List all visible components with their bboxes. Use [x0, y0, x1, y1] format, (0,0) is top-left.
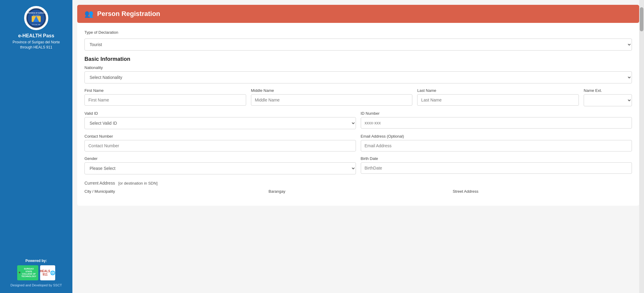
contact-number-group: Contact Number	[84, 134, 356, 151]
valid-id-group: Valid ID Select Valid ID Passport Driver…	[84, 111, 356, 129]
sidebar-powered-label: Powered by:	[25, 259, 47, 263]
barangay-group: Barangay	[268, 189, 448, 194]
middle-name-label: Middle Name	[251, 88, 413, 93]
last-name-input[interactable]	[417, 94, 579, 106]
svg-text:OFFICIAL SEAL: OFFICIAL SEAL	[32, 24, 41, 25]
email-input[interactable]	[361, 140, 632, 151]
basic-info-heading: Basic Information	[84, 56, 632, 62]
city-label: City / Municipality	[84, 189, 264, 194]
sidebar-partner-logos: 🎓 SURIGAO STATE COLLEGE OF TECHNOLOGY HE…	[17, 265, 55, 280]
name-ext-select[interactable]: Jr. Sr. II III	[584, 94, 632, 106]
email-label: Email Address (Optional)	[361, 134, 632, 139]
street-address-label: Street Address	[453, 189, 632, 194]
address-row: City / Municipality Barangay Street Addr…	[84, 189, 632, 194]
svg-rect-6	[35, 19, 38, 22]
svg-text:DEL NORTE: DEL NORTE	[33, 14, 40, 16]
gender-select[interactable]: Please Select Male Female	[84, 162, 356, 174]
city-group: City / Municipality	[84, 189, 264, 194]
scrollbar-thumb[interactable]	[640, 7, 643, 31]
first-name-label: First Name	[84, 88, 246, 93]
gender-label: Gender	[84, 156, 356, 161]
contact-number-input[interactable]	[84, 140, 356, 151]
page-header: 👥 Person Registration	[77, 5, 639, 23]
ssct-logo: 🎓 SURIGAO STATE COLLEGE OF TECHNOLOGY	[17, 265, 38, 280]
sidebar-app-title: e-HEALTH Pass	[18, 33, 54, 39]
nationality-label: Nationality	[84, 65, 632, 70]
birth-date-input[interactable]	[361, 162, 632, 174]
id-number-label: ID Number	[361, 111, 632, 116]
type-of-declaration-label: Type of Declaration	[84, 30, 632, 35]
last-name-label: Last Name	[417, 88, 579, 93]
middle-name-group: Middle Name	[251, 88, 413, 106]
id-row: Valid ID Select Valid ID Passport Driver…	[84, 111, 632, 129]
middle-name-input[interactable]	[251, 94, 413, 106]
contact-email-row: Contact Number Email Address (Optional)	[84, 134, 632, 151]
sidebar: PROVINCE OF SURIGAO DEL NORTE OFFICIAL S…	[0, 0, 72, 293]
email-group: Email Address (Optional)	[361, 134, 632, 151]
birth-date-label: Birth Date	[361, 156, 632, 161]
registration-form: Type of Declaration Tourist Resident Wor…	[77, 23, 639, 206]
barangay-label: Barangay	[268, 189, 448, 194]
street-address-group: Street Address	[453, 189, 632, 194]
nationality-select[interactable]: Select Nationality	[84, 71, 632, 83]
page-title: Person Registration	[97, 10, 160, 18]
name-ext-group: Name Ext. Jr. Sr. II III	[584, 88, 632, 106]
gender-birthdate-row: Gender Please Select Male Female Birth D…	[84, 156, 632, 174]
sidebar-subtitle: Province of Surigao del Norte through HE…	[13, 40, 60, 50]
nationality-group: Nationality Select Nationality	[84, 65, 632, 83]
name-row: First Name Middle Name Last Name Name Ex…	[84, 88, 632, 106]
valid-id-label: Valid ID	[84, 111, 356, 116]
heals-logo: HEALS911 🌐	[40, 265, 55, 280]
valid-id-select[interactable]: Select Valid ID Passport Driver's Licens…	[84, 117, 356, 129]
svg-text:PROVINCE OF SURIGAO: PROVINCE OF SURIGAO	[27, 12, 45, 14]
first-name-group: First Name	[84, 88, 246, 106]
contact-number-label: Contact Number	[84, 134, 356, 139]
person-registration-icon: 👥	[84, 10, 94, 18]
last-name-group: Last Name	[417, 88, 579, 106]
first-name-input[interactable]	[84, 94, 246, 106]
name-ext-label: Name Ext.	[584, 88, 632, 93]
scrollbar[interactable]	[639, 0, 644, 293]
type-of-declaration-select[interactable]: Tourist Resident Worker	[84, 39, 632, 51]
id-number-input[interactable]	[361, 117, 632, 129]
current-address-heading: Current Address [or destination in SDN]	[84, 180, 632, 186]
id-number-group: ID Number	[361, 111, 632, 129]
gender-group: Gender Please Select Male Female	[84, 156, 356, 174]
main-content: 👥 Person Registration Type of Declaratio…	[72, 0, 644, 293]
sidebar-footer: Designed and Developed by SSCT	[11, 283, 62, 287]
birth-date-group: Birth Date	[361, 156, 632, 174]
sidebar-logo: PROVINCE OF SURIGAO DEL NORTE OFFICIAL S…	[24, 6, 48, 30]
type-of-declaration-group: Type of Declaration Tourist Resident Wor…	[84, 30, 632, 51]
